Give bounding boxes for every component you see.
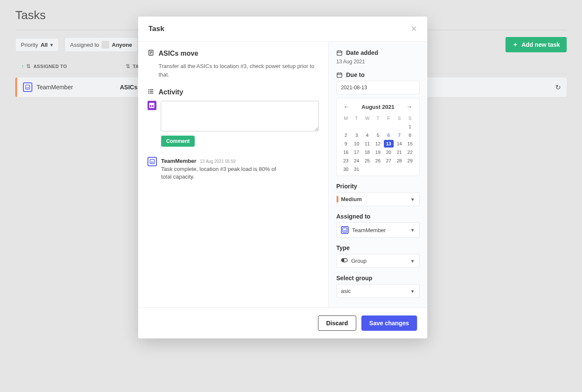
assigned-filter-label: Assigned to	[70, 42, 99, 48]
refresh-icon[interactable]: ↻	[555, 83, 561, 91]
calendar-day[interactable]: 13	[384, 140, 394, 148]
close-icon[interactable]: ✕	[411, 24, 417, 34]
svg-rect-14	[151, 162, 152, 163]
column-assigned[interactable]: ↑ ⇅ ASSIGNED TO	[21, 63, 123, 69]
calendar-day[interactable]: 22	[405, 148, 415, 156]
assigned-filter[interactable]: Assigned to Anyone	[65, 37, 138, 52]
calendar-day[interactable]: 10	[352, 140, 361, 148]
calendar-day[interactable]: 25	[362, 157, 372, 165]
modal-title: Task	[148, 25, 165, 33]
chevron-down-icon: ▾	[50, 42, 53, 48]
svg-rect-16	[337, 51, 342, 55]
type-field-label: Type	[336, 244, 420, 251]
priority-filter[interactable]: Priority All ▾	[15, 38, 59, 51]
group-select[interactable]: asic ▼	[336, 284, 420, 298]
calendar-day[interactable]: 20	[384, 148, 394, 156]
prev-month-button[interactable]: ←	[341, 102, 352, 111]
comment-date: 13 Aug 2021 05:59	[200, 159, 236, 164]
chevron-down-icon: ▼	[410, 289, 415, 294]
priority-select[interactable]: Medium ▼	[336, 192, 420, 206]
chevron-down-icon: ▼	[410, 197, 415, 202]
calendar-day[interactable]: 7	[395, 131, 404, 139]
add-new-task-button[interactable]: ＋ Add new task	[505, 37, 567, 52]
discard-button[interactable]: Discard	[318, 315, 356, 331]
calendar-dow: S	[405, 114, 415, 122]
calendar-day[interactable]: 2	[341, 131, 351, 139]
svg-rect-13	[150, 159, 154, 164]
calendar-day[interactable]: 18	[362, 148, 372, 156]
calendar-day[interactable]: 30	[341, 165, 351, 173]
calendar-day[interactable]: 31	[352, 165, 361, 173]
calendar-day[interactable]: 5	[373, 131, 383, 139]
group-field-label: Select group	[336, 275, 420, 281]
svg-rect-26	[345, 230, 346, 231]
modal-header: Task ✕	[138, 17, 427, 42]
sort-icon: ⇅	[126, 63, 130, 69]
avatar-icon	[102, 41, 109, 48]
calendar-dow: T	[352, 114, 361, 122]
calendar-day[interactable]: 17	[352, 148, 361, 156]
calendar-dow: S	[395, 114, 404, 122]
calendar-dow: F	[384, 114, 394, 122]
assigned-value: TeamMember	[352, 227, 386, 233]
calendar-day[interactable]: 28	[395, 157, 404, 165]
calendar-day[interactable]: 21	[395, 148, 404, 156]
svg-rect-20	[337, 73, 342, 77]
due-date-input[interactable]	[336, 81, 420, 94]
comment-author: TeamMember	[161, 158, 196, 164]
calendar-day[interactable]: 29	[405, 157, 415, 165]
chevron-down-icon: ▼	[410, 227, 415, 233]
calendar-day[interactable]: 6	[384, 131, 394, 139]
assigned-field-label: Assigned to	[336, 213, 420, 220]
calendar-day[interactable]: 11	[362, 140, 372, 148]
priority-filter-label: Priority	[21, 42, 38, 48]
calendar-day[interactable]: 4	[362, 131, 372, 139]
calendar-day[interactable]: 23	[341, 157, 351, 165]
svg-rect-10	[150, 91, 153, 92]
clipboard-icon	[148, 49, 154, 58]
calendar-day[interactable]: 9	[341, 140, 351, 148]
group-value: asic	[341, 288, 351, 294]
sort-icon: ⇅	[26, 63, 31, 69]
calendar-day[interactable]: 14	[395, 140, 404, 148]
assigned-select[interactable]: TeamMember ▼	[336, 222, 420, 238]
avatar-icon	[148, 101, 156, 110]
calendar-day[interactable]: 19	[373, 148, 383, 156]
group-icon	[341, 258, 348, 264]
svg-point-9	[148, 91, 149, 92]
svg-rect-8	[150, 89, 153, 90]
calendar-day[interactable]: 3	[352, 131, 361, 139]
comment-input[interactable]	[161, 101, 319, 131]
save-changes-button[interactable]: Save changes	[361, 315, 417, 331]
svg-rect-0	[26, 85, 30, 89]
calendar-dow: M	[341, 114, 351, 122]
calendar-day[interactable]: 16	[341, 148, 351, 156]
svg-rect-15	[153, 162, 153, 163]
type-select[interactable]: Group ▼	[336, 254, 420, 268]
list-icon	[148, 88, 154, 97]
calendar-day[interactable]: 8	[405, 131, 415, 139]
date-added-label: Date added	[336, 49, 420, 56]
calendar-day[interactable]: 15	[405, 140, 415, 148]
svg-point-28	[342, 259, 344, 261]
calendar-dow: W	[362, 114, 372, 122]
calendar-day[interactable]: 27	[384, 157, 394, 165]
avatar-icon	[148, 157, 157, 166]
sort-up-icon: ↑	[21, 63, 24, 69]
chevron-down-icon: ▼	[410, 258, 415, 264]
calendar-day[interactable]: 1	[405, 123, 415, 131]
calendar-day[interactable]: 26	[373, 157, 383, 165]
priority-field-label: Priority	[336, 183, 420, 190]
svg-rect-2	[28, 87, 29, 88]
task-title: ASICs move	[159, 50, 198, 57]
svg-point-11	[148, 93, 149, 94]
priority-value: Medium	[337, 196, 362, 202]
next-month-button[interactable]: →	[404, 102, 415, 111]
calendar-day[interactable]: 24	[352, 157, 361, 165]
svg-rect-12	[150, 93, 153, 94]
comment-button[interactable]: Comment	[161, 136, 195, 147]
column-assigned-label: ASSIGNED TO	[34, 64, 67, 69]
calendar-day[interactable]: 12	[373, 140, 383, 148]
add-new-task-label: Add new task	[522, 41, 560, 48]
plus-icon: ＋	[512, 41, 518, 48]
